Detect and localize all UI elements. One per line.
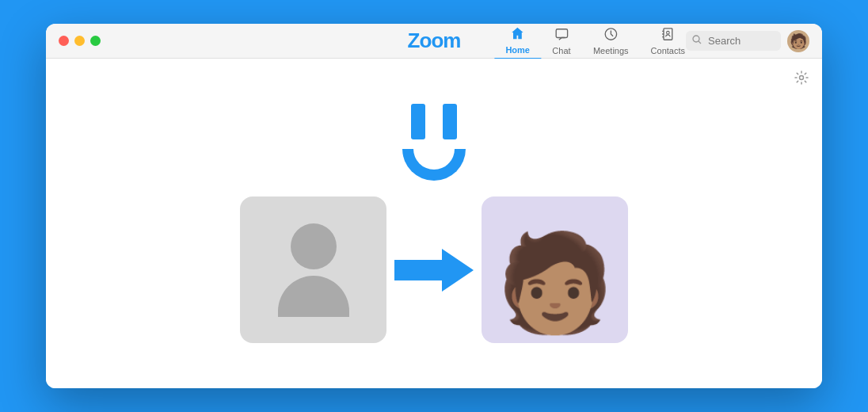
meetings-icon — [603, 27, 618, 44]
zoom-logo: Zoom — [408, 29, 461, 53]
window-controls — [59, 36, 101, 46]
tab-chat-label: Chat — [552, 46, 570, 55]
user-avatar-emoji: 🧑🏽 — [790, 34, 807, 48]
svg-point-9 — [800, 76, 804, 80]
person-body — [278, 276, 349, 317]
minimize-button[interactable] — [74, 36, 85, 46]
chat-icon — [554, 27, 569, 44]
person-placeholder — [278, 223, 349, 317]
svg-point-6 — [666, 31, 669, 34]
home-icon — [511, 26, 525, 44]
person-card: 🧑🏽 — [482, 196, 628, 343]
cards-row: 🧑🏽 — [240, 196, 628, 343]
svg-rect-0 — [556, 29, 567, 37]
tab-home[interactable]: Home — [494, 24, 541, 59]
maximize-button[interactable] — [90, 36, 101, 46]
tab-meetings[interactable]: Meetings — [582, 24, 640, 59]
search-icon — [692, 35, 702, 47]
close-button[interactable] — [59, 36, 69, 46]
person-emoji: 🧑🏽 — [496, 235, 615, 330]
arrow-icon — [394, 242, 474, 298]
zoom-logo-text: Zoom — [408, 29, 461, 53]
arrow-container — [386, 242, 482, 298]
eye-left — [411, 104, 425, 139]
svg-point-7 — [693, 36, 699, 42]
zoom-face-illustration — [402, 104, 466, 181]
placeholder-card — [240, 196, 386, 343]
eye-right — [443, 104, 457, 139]
search-area — [686, 31, 781, 51]
app-window: Zoom Home Chat — [46, 24, 822, 388]
settings-button[interactable] — [794, 70, 809, 90]
main-content: 🧑🏽 — [46, 59, 822, 388]
tab-meetings-label: Meetings — [593, 46, 629, 55]
tab-contacts-label: Contacts — [651, 46, 685, 55]
tab-chat[interactable]: Chat — [541, 24, 582, 59]
person-head — [291, 223, 337, 269]
svg-line-8 — [699, 41, 701, 44]
tab-home-label: Home — [505, 45, 530, 55]
titlebar: Zoom Home Chat — [46, 24, 822, 59]
nav-tabs: Home Chat — [494, 24, 696, 59]
svg-marker-10 — [394, 249, 474, 292]
search-wrapper — [686, 31, 781, 51]
face-eyes — [411, 104, 457, 139]
contacts-icon — [661, 27, 675, 44]
face-smile — [402, 149, 466, 181]
avatar[interactable]: 🧑🏽 — [787, 30, 809, 52]
